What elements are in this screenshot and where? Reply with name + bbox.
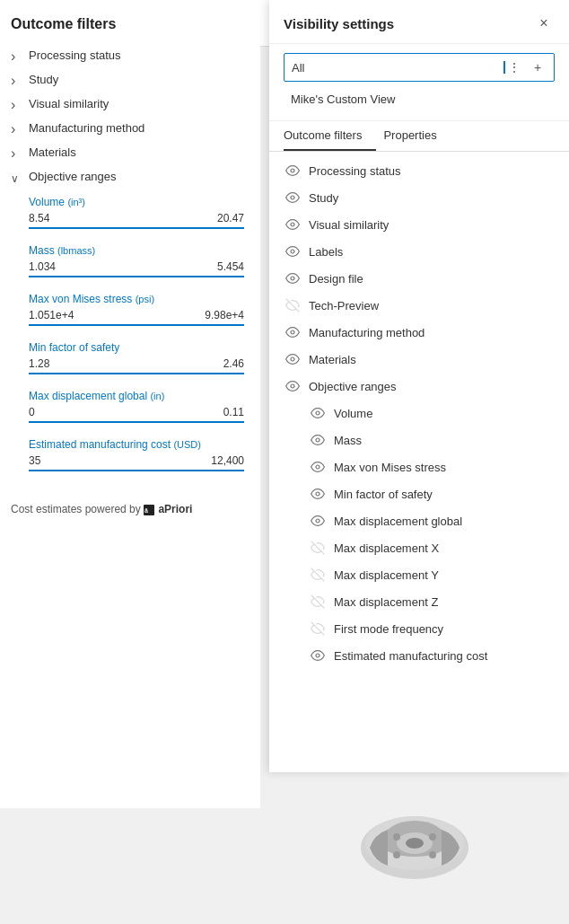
vis-item-min-factor-of-safety[interactable]: Min factor of safety xyxy=(269,480,569,507)
range-displacement-global-label: Max displacement global (in) xyxy=(29,390,244,402)
filter-item-processing-status[interactable]: Processing status xyxy=(0,43,260,67)
range-volume-slider[interactable] xyxy=(29,227,244,229)
svg-point-14 xyxy=(316,465,320,469)
dots-menu-button[interactable]: ⋮ xyxy=(505,58,523,76)
range-mass-min: 1.034 xyxy=(29,260,56,273)
eye-visible-icon xyxy=(284,377,302,395)
eye-visible-icon xyxy=(284,216,302,233)
range-mfg-cost: Estimated manufacturing cost (USD) 35 12… xyxy=(0,431,260,480)
range-volume: Volume (in³) 8.54 20.47 xyxy=(0,189,260,237)
svg-point-6 xyxy=(291,250,294,253)
vis-item-volume[interactable]: Volume xyxy=(269,400,569,427)
range-von-mises-min: 1.051e+4 xyxy=(29,309,74,321)
range-mfg-cost-slider[interactable] xyxy=(29,470,244,471)
range-volume-max: 20.47 xyxy=(217,212,244,224)
objective-ranges-header[interactable]: Objective ranges xyxy=(0,164,260,189)
vis-item-label: Study xyxy=(309,191,338,205)
view-input-icons: ⋮ + xyxy=(505,58,547,76)
eye-hidden-icon xyxy=(309,539,327,557)
svg-point-12 xyxy=(316,411,320,415)
close-button[interactable]: × xyxy=(533,13,555,34)
vis-item-processing-status[interactable]: Processing status xyxy=(269,157,569,184)
vis-item-materials[interactable]: Materials xyxy=(269,346,569,373)
vis-item-mass[interactable]: Mass xyxy=(269,427,569,453)
add-view-button[interactable]: + xyxy=(529,58,547,76)
vis-item-visual-similarity[interactable]: Visual similarity xyxy=(269,211,569,238)
filter-item-materials[interactable]: Materials xyxy=(0,140,260,164)
range-displacement-global-values: 0 0.11 xyxy=(29,406,244,418)
svg-point-10 xyxy=(291,357,294,361)
range-factor-safety-slider[interactable] xyxy=(29,373,244,374)
vis-item-label: Min factor of safety xyxy=(334,488,433,501)
eye-visible-icon xyxy=(284,162,302,180)
svg-text:ā: ā xyxy=(144,507,148,514)
vis-item-design-file[interactable]: Design file xyxy=(269,265,569,292)
range-factor-safety: Min factor of safety 1.28 2.46 xyxy=(0,334,260,383)
range-mass: Mass (lbmass) 1.034 5.454 xyxy=(0,237,260,286)
range-mass-slider[interactable] xyxy=(29,276,244,277)
filter-item-visual-similarity[interactable]: Visual similarity xyxy=(0,92,260,116)
vis-item-max-von-mises-stress[interactable]: Max von Mises stress xyxy=(269,453,569,480)
vis-item-label: Design file xyxy=(309,272,363,286)
eye-visible-icon xyxy=(309,485,327,503)
vis-item-estimated-manufacturing-cost[interactable]: Estimated manufacturing cost xyxy=(269,642,569,669)
vis-item-max-displacement-y[interactable]: Max displacement Y xyxy=(269,561,569,588)
filter-label-processing-status: Processing status xyxy=(29,48,121,62)
range-displacement-global-slider[interactable] xyxy=(29,421,244,423)
range-displacement-global-min: 0 xyxy=(29,406,35,418)
range-von-mises-label: Max von Mises stress (psi) xyxy=(29,293,244,305)
view-input-row[interactable]: All ⋮ + xyxy=(284,53,555,82)
svg-point-21 xyxy=(316,654,320,657)
vis-item-label: Max displacement Z xyxy=(334,595,438,609)
svg-point-16 xyxy=(316,519,320,523)
filter-item-study[interactable]: Study xyxy=(0,67,260,92)
vis-item-tech-preview[interactable]: Tech-Preview xyxy=(269,292,569,319)
svg-point-5 xyxy=(291,223,294,226)
vis-item-max-displacement-global[interactable]: Max displacement global xyxy=(269,507,569,534)
vis-item-max-displacement-z[interactable]: Max displacement Z xyxy=(269,588,569,615)
eye-visible-icon xyxy=(309,404,327,422)
eye-visible-icon xyxy=(309,431,327,449)
vis-tab-outcome-filters[interactable]: Outcome filters xyxy=(284,121,376,151)
vis-panel-title: Visibility settings xyxy=(284,16,394,31)
vis-item-label: First mode frequency xyxy=(334,622,443,636)
filter-items-list: Processing status Study Visual similarit… xyxy=(0,43,260,164)
chevron-right-icon xyxy=(11,74,23,86)
svg-point-26 xyxy=(393,833,400,840)
range-factor-safety-label: Min factor of safety xyxy=(29,341,244,354)
range-von-mises-slider[interactable] xyxy=(29,324,244,326)
vis-item-label: Tech-Preview xyxy=(309,299,379,312)
eye-hidden-icon xyxy=(284,296,302,314)
vis-item-objective-ranges[interactable]: Objective ranges xyxy=(269,373,569,400)
custom-view-option[interactable]: Mike's Custom View xyxy=(284,87,555,111)
vis-tab-properties[interactable]: Properties xyxy=(383,121,451,151)
range-factor-safety-values: 1.28 2.46 xyxy=(29,357,244,370)
eye-visible-icon xyxy=(309,512,327,530)
vis-item-label: Max displacement Y xyxy=(334,568,439,582)
vis-item-labels[interactable]: Labels xyxy=(269,238,569,265)
objective-ranges-section: Objective ranges Volume (in³) 8.54 20.47… xyxy=(0,164,260,488)
svg-point-28 xyxy=(393,851,400,858)
vis-item-label: Max displacement X xyxy=(334,541,439,555)
vis-item-max-displacement-x[interactable]: Max displacement X xyxy=(269,534,569,561)
range-displacement-global-max: 0.11 xyxy=(223,406,244,418)
vis-item-first-mode-frequency[interactable]: First mode frequency xyxy=(269,615,569,642)
vis-item-study[interactable]: Study xyxy=(269,184,569,211)
chevron-right-icon xyxy=(11,146,23,159)
svg-point-27 xyxy=(429,833,436,840)
range-mfg-cost-values: 35 12,400 xyxy=(29,454,244,467)
eye-hidden-icon xyxy=(309,620,327,638)
range-mfg-cost-label: Estimated manufacturing cost (USD) xyxy=(29,438,244,451)
filter-label-study: Study xyxy=(29,73,58,86)
range-volume-values: 8.54 20.47 xyxy=(29,212,244,224)
filter-item-manufacturing-method[interactable]: Manufacturing method xyxy=(0,116,260,140)
visibility-settings-panel: Visibility settings × All ⋮ + Mike's Cus… xyxy=(269,0,569,772)
vis-item-manufacturing-method[interactable]: Manufacturing method xyxy=(269,319,569,346)
vis-item-label: Max displacement global xyxy=(334,515,462,528)
filter-label-manufacturing-method: Manufacturing method xyxy=(29,121,144,135)
chevron-right-icon xyxy=(11,122,23,135)
range-mfg-cost-max: 12,400 xyxy=(211,454,244,467)
vis-item-label: Materials xyxy=(309,353,356,366)
chevron-down-icon xyxy=(11,171,23,183)
left-panel: Outcome filters Processing status Study … xyxy=(0,0,260,808)
